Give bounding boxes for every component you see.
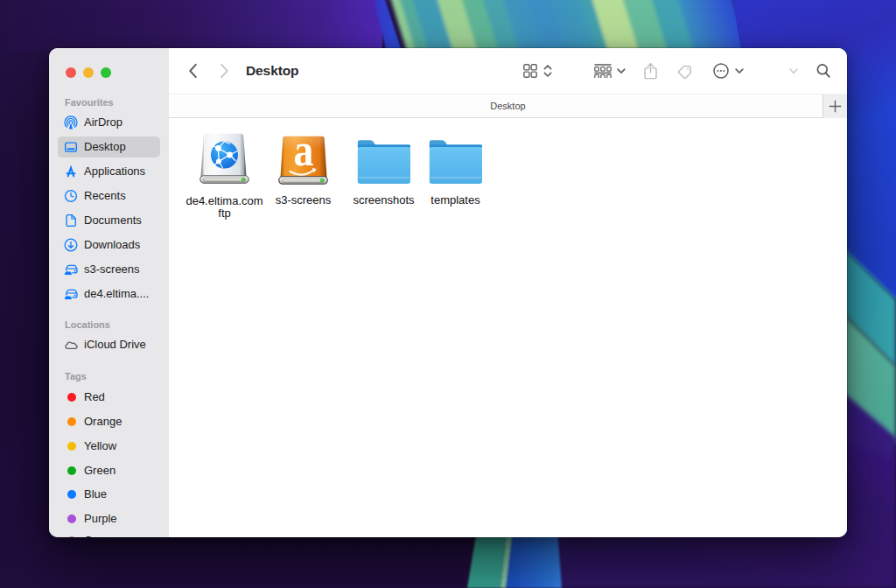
svg-text:a: a [293, 136, 313, 176]
